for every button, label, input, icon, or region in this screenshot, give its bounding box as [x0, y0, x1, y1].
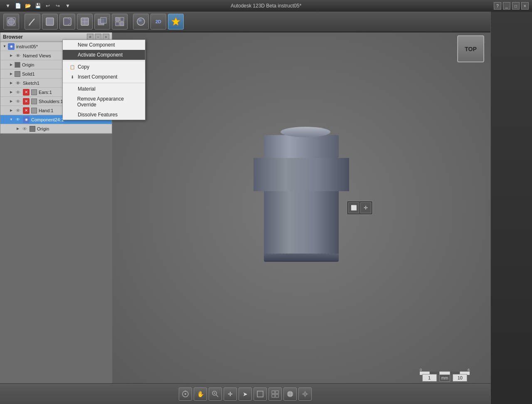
- toolbar-separator-1: [22, 15, 22, 29]
- tree-arrow-origin: ▶: [9, 62, 14, 67]
- ctx-insert-icon: ⬇: [69, 74, 75, 80]
- tree-arrow-named: ▶: [9, 53, 14, 58]
- scale-line: [420, 373, 470, 373]
- svg-rect-34: [276, 394, 278, 397]
- restore-button[interactable]: □: [512, 2, 520, 10]
- open-button[interactable]: 📂: [23, 1, 32, 10]
- tree-label-named: Named Views: [23, 53, 51, 58]
- move-btn[interactable]: ✛: [224, 387, 237, 401]
- svg-rect-33: [272, 394, 275, 397]
- minimize-button[interactable]: _: [503, 2, 510, 10]
- ctx-copy-icon: 📋: [69, 64, 75, 70]
- top-view-btn[interactable]: [77, 14, 93, 30]
- svg-rect-7: [46, 18, 54, 25]
- cylinder-top: [281, 127, 330, 137]
- toolbar-separator-2: [130, 15, 131, 29]
- svg-line-27: [216, 395, 218, 397]
- svg-rect-19: [120, 22, 124, 26]
- svg-rect-17: [120, 17, 124, 21]
- gallery-sidebar: ◀ Gallery: [490, 0, 532, 404]
- ctx-dissolve-features[interactable]: Dissolve Features: [63, 110, 145, 120]
- svg-point-40: [305, 396, 305, 397]
- grid-view-btn[interactable]: [112, 14, 128, 30]
- tree-label-root: instruct05*: [16, 44, 38, 49]
- ctx-remove-appearance[interactable]: Remove Appearance Override: [63, 94, 145, 110]
- svg-point-38: [304, 393, 306, 395]
- undo-button[interactable]: ↩: [43, 1, 52, 10]
- ctx-remove-appearance-label: Remove Appearance Override: [77, 96, 138, 108]
- ctx-insert-component[interactable]: ⬇ Insert Component: [63, 72, 145, 82]
- quick-access-toolbar: ▼ 📄 📂 💾 ↩ ↪ ▼: [3, 1, 72, 10]
- tree-label-origin: Origin: [22, 62, 34, 67]
- help-button[interactable]: ?: [494, 2, 501, 10]
- move-gizmo-btn[interactable]: ✛: [360, 202, 371, 213]
- ctx-copy[interactable]: 📋 Copy: [63, 62, 145, 72]
- close-button[interactable]: ×: [521, 2, 529, 10]
- tree-icon-shoulders-box: [31, 99, 37, 104]
- render-btn[interactable]: [133, 14, 149, 30]
- app-menu-button[interactable]: ▼: [3, 1, 12, 10]
- ctx-dissolve-icon: [69, 112, 75, 118]
- front-view-btn[interactable]: [42, 14, 58, 30]
- star-btn[interactable]: [168, 14, 184, 30]
- ctx-activate-component[interactable]: Activate Component: [63, 50, 145, 60]
- tree-arrow-root: ▼: [2, 44, 7, 49]
- svg-point-41: [302, 394, 303, 394]
- main-viewport[interactable]: ⬜ ✛: [112, 32, 490, 383]
- scale-unit-box: mm: [439, 374, 451, 382]
- box-view-btn[interactable]: [94, 14, 110, 30]
- 3d-object: [254, 127, 349, 262]
- svg-rect-32: [276, 391, 278, 394]
- title-bar: ▼ 📄 📂 💾 ↩ ↪ ▼ Autodesk 123D Beta instruc…: [0, 0, 532, 12]
- 2d-btn[interactable]: 2D: [150, 14, 166, 30]
- ctx-separator-2: [63, 83, 145, 83]
- tree-arrow-hand: ▶: [9, 108, 14, 113]
- scale-tick-container: 0 6: [420, 368, 470, 374]
- orbit-btn[interactable]: [179, 387, 192, 401]
- display-mode-btn[interactable]: [283, 387, 297, 401]
- ctx-remove-appearance-icon: [69, 99, 75, 105]
- svg-point-25: [185, 390, 186, 392]
- tree-label-hand: Hand:1: [39, 108, 53, 113]
- perspective-view-btn[interactable]: [3, 14, 19, 30]
- tree-label-origin2: Origin: [37, 126, 49, 131]
- top-view-label: TOP: [465, 46, 477, 52]
- settings-btn[interactable]: [298, 387, 312, 401]
- look-btn[interactable]: ➤: [239, 387, 252, 401]
- tree-icon-hand-eye: 👁: [15, 107, 21, 114]
- ctx-dissolve-label: Dissolve Features: [78, 112, 118, 118]
- context-menu: New Component Activate Component 📋 Copy …: [62, 39, 145, 120]
- ctx-activate-icon: [69, 52, 75, 58]
- save-button[interactable]: 💾: [33, 1, 42, 10]
- window-btn[interactable]: [254, 387, 267, 401]
- top-view-cube[interactable]: TOP: [457, 35, 484, 62]
- quick-access-down[interactable]: ▼: [63, 1, 72, 10]
- redo-button[interactable]: ↪: [53, 1, 62, 10]
- svg-marker-22: [172, 17, 180, 25]
- tree-icon-root: ◉: [8, 43, 15, 50]
- zoom-fit-btn[interactable]: [209, 387, 222, 401]
- ctx-material[interactable]: Material: [63, 84, 145, 94]
- tree-icon-hand-box: [31, 108, 37, 113]
- tree-icon-component24-eye: 👁: [15, 116, 21, 123]
- tree-icon-shoulders-x: ✕: [23, 98, 30, 105]
- ctx-separator-1: [63, 61, 145, 61]
- side-view-btn[interactable]: [59, 14, 75, 30]
- scale-value-box: 1: [422, 374, 437, 382]
- tree-label-component24: Component24:1: [31, 117, 64, 122]
- svg-line-6: [29, 25, 30, 25]
- pencil-btn[interactable]: [25, 14, 40, 30]
- new-button[interactable]: 📄: [13, 1, 22, 10]
- tree-item-origin2[interactable]: ▶ 👁 Origin: [0, 124, 112, 133]
- svg-line-4: [30, 19, 34, 25]
- tree-icon-shoulders-eye: 👁: [15, 98, 21, 105]
- grid-toggle-btn[interactable]: [268, 387, 282, 401]
- cylinder-upper: [264, 135, 339, 158]
- ctx-new-component[interactable]: New Component: [63, 40, 145, 50]
- ctx-material-icon: [69, 86, 75, 92]
- pan-btn[interactable]: ✋: [194, 387, 207, 401]
- tree-arrow-shoulders: ▶: [9, 99, 14, 104]
- tree-arrow-solid: ▶: [9, 71, 14, 76]
- svg-rect-18: [116, 22, 119, 26]
- component-select-btn[interactable]: ⬜: [348, 202, 359, 213]
